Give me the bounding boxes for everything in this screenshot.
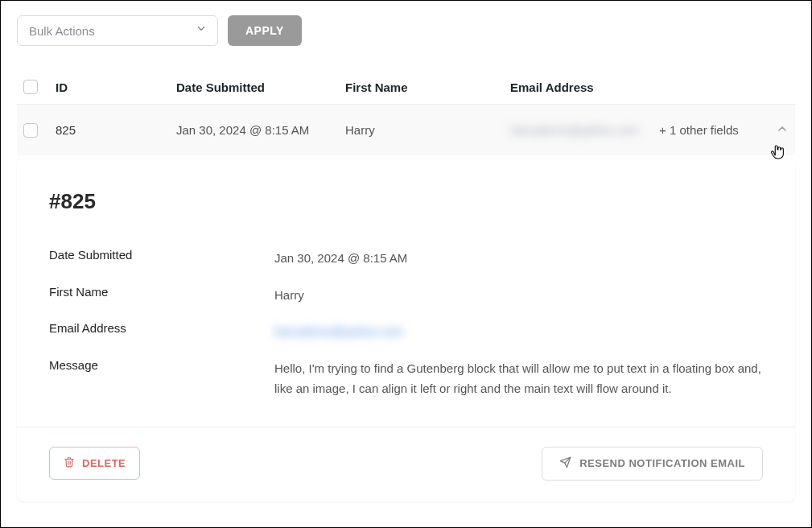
select-all-checkbox[interactable] (23, 80, 38, 94)
app-frame: Bulk Actions APPLY ID Date Submitted Fir… (0, 0, 812, 528)
value-email: harrydemo@yahoo.com (274, 321, 763, 342)
cell-id: 825 (56, 123, 176, 137)
value-fname: Harry (274, 285, 763, 306)
chevron-up-icon[interactable] (776, 124, 789, 138)
label-date: Date Submitted (49, 248, 274, 262)
row-checkbox[interactable] (23, 123, 38, 138)
cell-email: harrydemo@yahoo.com (510, 123, 659, 137)
value-message: Hello, I'm trying to find a Gutenberg bl… (274, 358, 763, 399)
panel-actions: DELETE RESEND NOTIFICATION EMAIL (49, 447, 763, 481)
column-header-date: Date Submitted (176, 80, 345, 94)
resend-label: RESEND NOTIFICATION EMAIL (579, 457, 745, 469)
resend-button[interactable]: RESEND NOTIFICATION EMAIL (542, 447, 763, 481)
cell-date: Jan 30, 2024 @ 8:15 AM (176, 123, 345, 137)
value-date: Jan 30, 2024 @ 8:15 AM (274, 248, 763, 269)
cell-fname: Harry (345, 123, 510, 137)
delete-button[interactable]: DELETE (49, 447, 140, 480)
apply-button[interactable]: APPLY (228, 15, 302, 46)
toolbar: Bulk Actions APPLY (17, 15, 795, 46)
bulk-actions-wrapper: Bulk Actions (17, 15, 218, 46)
column-header-email: Email Address (510, 80, 659, 94)
entry-detail-panel: #825 Date Submitted Jan 30, 2024 @ 8:15 … (17, 159, 795, 501)
column-header-fname: First Name (345, 80, 510, 94)
cell-extra: + 1 other fields (659, 123, 756, 137)
column-header-id: ID (56, 80, 176, 94)
trash-icon (64, 456, 75, 470)
paper-plane-icon (559, 456, 571, 471)
table-row[interactable]: 825 Jan 30, 2024 @ 8:15 AM Harry harryde… (17, 105, 795, 155)
divider (17, 427, 795, 427)
label-email: Email Address (49, 321, 274, 335)
table-header: ID Date Submitted First Name Email Addre… (17, 70, 795, 105)
label-fname: First Name (49, 285, 274, 299)
bulk-actions-select[interactable]: Bulk Actions (17, 15, 218, 46)
delete-label: DELETE (82, 457, 126, 469)
label-message: Message (49, 358, 274, 372)
entry-title: #825 (49, 189, 763, 214)
